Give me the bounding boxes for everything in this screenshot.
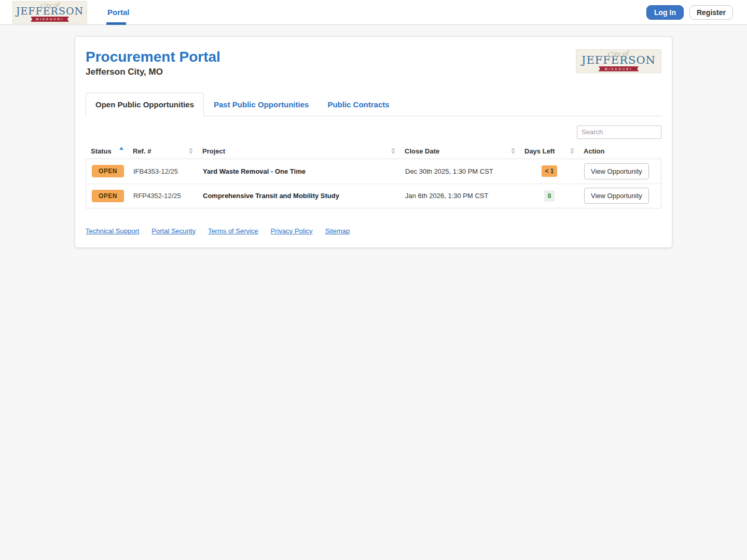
project-cell: Comprehensive Transit and Mobility Study (198, 192, 400, 200)
logo-city-of-text: City of (607, 50, 629, 59)
logo-banner-text: MISSOURI (31, 17, 69, 22)
action-cell: View Opportunity (579, 188, 663, 204)
column-header-days-left-label: Days Left (524, 147, 555, 155)
logo-city-of-text: City of (40, 1, 60, 9)
nav-item-portal[interactable]: Portal (106, 0, 131, 25)
column-header-action-label: Action (584, 147, 604, 155)
view-opportunity-button[interactable]: View Opportunity (584, 188, 649, 204)
tab-bar: Open Public Opportunities Past Public Op… (86, 93, 661, 116)
tab-public-contracts[interactable]: Public Contracts (319, 93, 398, 116)
sort-icon (391, 148, 395, 154)
opportunities-table: Status Ref. # Project Close Date Days Le… (86, 144, 661, 208)
days-left-badge: 8 (544, 190, 555, 202)
days-left-badge: < 1 (542, 165, 557, 177)
status-cell: OPEN (86, 190, 128, 202)
column-header-close-date[interactable]: Close Date (399, 144, 519, 159)
topbar: City of JEFFERSON MISSOURI Portal Log In… (0, 0, 747, 25)
column-header-days-left[interactable]: Days Left (519, 144, 578, 159)
table-body: OPEN IFB4353-12/25 Yard Waste Removal - … (86, 159, 661, 208)
table-row: OPEN IFB4353-12/25 Yard Waste Removal - … (86, 159, 661, 184)
nav-active-underline (106, 22, 126, 25)
column-header-project[interactable]: Project (197, 144, 399, 159)
status-badge: OPEN (92, 190, 124, 202)
logo-banner-text: MISSOURI (599, 66, 639, 72)
days-left-cell: 8 (520, 190, 579, 202)
ref-cell: IFB4353-12/25 (128, 167, 198, 175)
project-cell: Yard Waste Removal - One Time (198, 167, 400, 175)
sort-ascending-icon (119, 147, 123, 150)
terms-of-service-link[interactable]: Terms of Service (208, 227, 258, 235)
days-left-cell: < 1 (520, 165, 579, 177)
card-footer-links: Technical Support Portal Security Terms … (86, 227, 661, 236)
sort-icon (189, 148, 193, 154)
search-input[interactable] (577, 125, 661, 139)
card-header-titles: Procurement Portal Jefferson City, MO (86, 49, 220, 77)
close-date-cell: Jan 6th 2026, 1:30 PM CST (400, 192, 520, 200)
technical-support-link[interactable]: Technical Support (86, 227, 139, 235)
status-cell: OPEN (86, 165, 128, 177)
page-subtitle: Jefferson City, MO (86, 67, 220, 77)
card-header: Procurement Portal Jefferson City, MO Ci… (86, 48, 661, 77)
column-header-close-date-label: Close Date (405, 147, 439, 155)
table-row: OPEN RFP4352-12/25 Comprehensive Transit… (86, 184, 661, 208)
action-cell: View Opportunity (579, 163, 663, 179)
register-button[interactable]: Register (689, 5, 733, 20)
close-date-cell: Dec 30th 2025, 1:30 PM CST (400, 167, 520, 175)
nav-portal-label: Portal (107, 8, 130, 17)
status-badge: OPEN (92, 165, 124, 177)
tab-past-public-opportunities[interactable]: Past Public Opportunities (205, 93, 317, 116)
procurement-portal-card: Procurement Portal Jefferson City, MO Ci… (75, 36, 672, 248)
view-opportunity-button[interactable]: View Opportunity (584, 163, 649, 179)
portal-security-link[interactable]: Portal Security (151, 227, 196, 235)
ref-cell: RFP4352-12/25 (128, 192, 198, 200)
column-header-status-label: Status (91, 147, 112, 155)
page-title: Procurement Portal (86, 49, 220, 65)
table-header-row: Status Ref. # Project Close Date Days Le… (86, 144, 661, 159)
sort-icon (570, 148, 574, 154)
column-header-ref[interactable]: Ref. # (128, 144, 197, 159)
column-header-status[interactable]: Status (86, 144, 128, 159)
sort-icon (511, 148, 515, 154)
card-jefferson-city-logo: City of JEFFERSON MISSOURI (576, 49, 661, 73)
privacy-policy-link[interactable]: Privacy Policy (271, 227, 313, 235)
jefferson-city-logo[interactable]: City of JEFFERSON MISSOURI (12, 1, 87, 24)
column-header-project-label: Project (202, 147, 225, 155)
column-header-ref-label: Ref. # (133, 147, 151, 155)
search-row (86, 125, 661, 139)
tab-open-public-opportunities[interactable]: Open Public Opportunities (86, 93, 204, 116)
sitemap-link[interactable]: Sitemap (325, 227, 350, 235)
login-button[interactable]: Log In (646, 5, 684, 20)
column-header-action: Action (578, 144, 662, 159)
